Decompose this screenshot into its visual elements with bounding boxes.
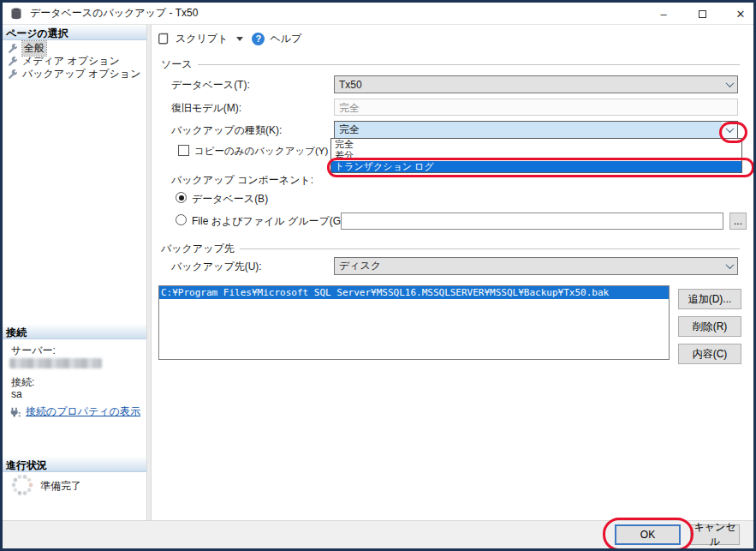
window-controls: – ✕: [656, 3, 748, 25]
connection-value: sa: [11, 388, 22, 400]
dropdown-option-differential[interactable]: 差分: [331, 150, 741, 161]
remove-button[interactable]: 削除(R): [678, 316, 741, 337]
backup-database-dialog: データベースのバックアップ - Tx50 – ✕ ページの選択 全般 メディア …: [0, 0, 756, 551]
dropdown-option-transaction-log[interactable]: トランザクション ログ: [331, 161, 741, 172]
component-database-radio[interactable]: [176, 192, 187, 203]
database-combobox-value: Tx50: [335, 79, 722, 91]
sidebar-item-label: バックアップ オプション: [22, 67, 140, 81]
progress-header: 進行状況: [3, 457, 146, 472]
backup-type-dropdown-list: 完全 差分 トランザクション ログ: [330, 138, 742, 173]
wrench-icon: [8, 44, 18, 54]
progress-spinner-icon: [9, 472, 35, 498]
script-dropdown-caret-icon[interactable]: [236, 37, 243, 41]
ok-button[interactable]: OK: [615, 524, 681, 545]
backup-type-combobox[interactable]: 完全: [334, 121, 738, 139]
destination-group-label: バックアップ先: [161, 242, 235, 256]
connection-properties-icon: [9, 406, 21, 418]
wrench-icon: [8, 57, 18, 67]
database-icon: [9, 7, 23, 21]
group-divider-line: [240, 249, 740, 249]
backup-to-combobox[interactable]: ディスク: [334, 257, 738, 275]
maximize-button[interactable]: [694, 6, 710, 21]
footer-bar: OK キャンセル: [3, 520, 753, 548]
destination-group-header: バックアップ先: [161, 242, 740, 256]
script-icon: [157, 32, 170, 45]
backup-path-row-selected[interactable]: C:¥Program Files¥Microsoft SQL Server¥MS…: [159, 286, 669, 299]
server-label: サーバー:: [11, 344, 56, 358]
backup-destination-list[interactable]: C:¥Program Files¥Microsoft SQL Server¥MS…: [158, 285, 670, 360]
component-files-radio[interactable]: [176, 214, 187, 225]
files-filegroups-input[interactable]: [341, 213, 723, 230]
sidebar-item-media-options[interactable]: メディア オプション: [8, 55, 120, 68]
chevron-down-icon[interactable]: [722, 258, 737, 274]
backup-to-combobox-value: ディスク: [335, 259, 722, 273]
group-divider-line: [198, 64, 740, 65]
script-button[interactable]: スクリプト: [176, 32, 228, 46]
source-group-header: ソース: [161, 57, 740, 72]
close-button[interactable]: ✕: [733, 6, 748, 21]
window-title: データベースのバックアップ - Tx50: [30, 6, 198, 21]
backup-component-label: バックアップ コンポーネント:: [171, 173, 313, 188]
backup-type-combobox-value: 完全: [335, 122, 722, 138]
connection-properties-row: 接続のプロパティの表示: [9, 404, 140, 419]
database-combobox[interactable]: Tx50: [334, 75, 738, 93]
sidebar-item-backup-options[interactable]: バックアップ オプション: [8, 68, 140, 81]
sidebar-item-general[interactable]: 全般: [8, 42, 46, 55]
database-label: データベース(T):: [171, 78, 250, 93]
title-bar: データベースのバックアップ - Tx50 – ✕: [3, 3, 753, 25]
page-selection-header: ページの選択: [3, 25, 146, 40]
dropdown-option-full[interactable]: 完全: [331, 139, 741, 150]
component-files-label: File およびファイル グループ(G):: [192, 214, 347, 229]
minimize-button[interactable]: –: [656, 6, 671, 21]
sidebar: ページの選択 全般 メディア オプション バックアップ オプション 接続 サーバ…: [3, 25, 146, 520]
copy-only-label: コピーのみのバックアップ(Y): [194, 145, 328, 158]
toolbar: スクリプト ? ヘルプ: [157, 29, 301, 48]
copy-only-checkbox[interactable]: [178, 145, 189, 156]
help-icon: ?: [252, 33, 265, 45]
cancel-button[interactable]: キャンセル: [690, 524, 740, 545]
connection-header: 接続: [3, 324, 146, 339]
wrench-icon: [8, 69, 18, 80]
main-panel: スクリプト ? ヘルプ ソース データベース(T): Tx50 復旧モデル(M)…: [152, 25, 756, 517]
component-database-label: データベース(B): [192, 192, 268, 207]
backup-to-label: バックアップ先(U):: [171, 260, 262, 274]
source-group-label: ソース: [161, 57, 193, 72]
browse-button[interactable]: ...: [729, 213, 747, 230]
recovery-model-field: 完全: [334, 99, 738, 116]
add-button[interactable]: 追加(D)...: [678, 289, 741, 309]
contents-button[interactable]: 内容(C): [678, 344, 741, 364]
recovery-model-label: 復旧モデル(M):: [171, 101, 241, 116]
backup-type-label: バックアップの種類(K):: [171, 123, 282, 138]
progress-status: 準備完了: [40, 479, 81, 494]
chevron-down-icon[interactable]: [722, 122, 737, 138]
help-button[interactable]: ヘルプ: [270, 32, 301, 46]
maximize-icon: [699, 10, 706, 18]
chevron-down-icon[interactable]: [722, 76, 737, 93]
server-name-redacted: [9, 358, 102, 368]
view-connection-properties-link[interactable]: 接続のプロパティの表示: [26, 404, 140, 419]
